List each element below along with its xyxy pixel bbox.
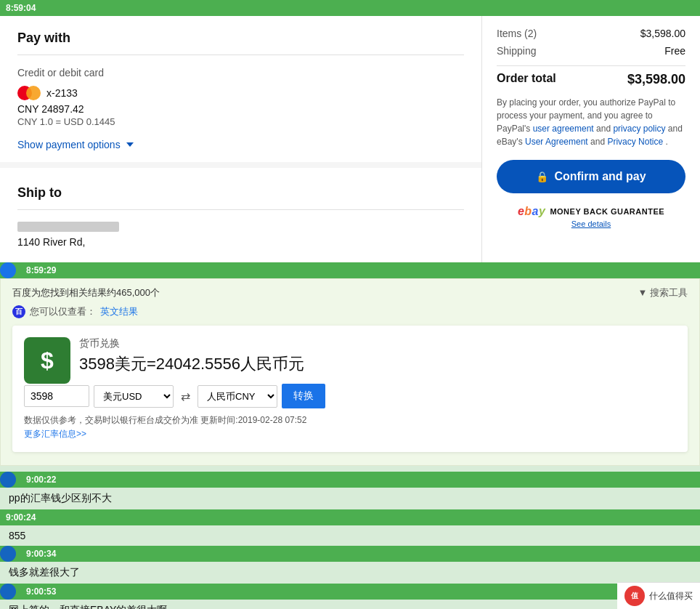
dollar-icon: $ xyxy=(41,347,54,374)
convert-button[interactable]: 转换 xyxy=(282,384,325,408)
chat-message-2: 钱多就差很大了 xyxy=(9,566,691,579)
to-currency-select[interactable]: 人民币CNY xyxy=(198,385,277,408)
chat-blue-dot xyxy=(0,546,16,562)
right-panel: Items (2) $3,598.00 Shipping Free Order … xyxy=(482,16,700,262)
shipping-value: Free xyxy=(664,45,685,57)
confirm-pay-button[interactable]: 🔒 Confirm and pay xyxy=(497,160,685,193)
order-total-label: Order total xyxy=(497,72,556,87)
top-status-bar: 8:59:04 xyxy=(0,0,700,16)
second-status-bar: 8:59:29 xyxy=(0,262,700,278)
smzdm-icon: 值 xyxy=(624,586,645,606)
baidu-icon: 百 xyxy=(12,305,25,318)
legal-text: By placing your order, you authorize Pay… xyxy=(497,96,685,148)
payment-method-label: Credit or debit card xyxy=(17,67,464,78)
chat-time-3: 9:00:53 xyxy=(26,586,56,597)
show-payment-options-label: Show payment options xyxy=(17,139,121,150)
card-row: x-2133 xyxy=(17,86,464,100)
chat-time-bar-0: 9:00:22 xyxy=(0,472,700,488)
swap-currency-button[interactable]: ⇄ xyxy=(178,387,193,406)
pay-with-title: Pay with xyxy=(17,31,464,55)
section-divider xyxy=(0,162,481,168)
ebay-user-agreement-link[interactable]: User Agreement xyxy=(525,137,588,147)
currency-note: 数据仅供参考，交易时以银行柜台成交价为准 更新时间:2019-02-28 07:… xyxy=(24,414,676,427)
legal-and2: and xyxy=(590,137,605,147)
ebay-guarantee-row: ebay MONEY BACK GUARANTEE xyxy=(497,205,685,218)
mc-right-circle xyxy=(26,86,41,100)
results-count-row: 百度为您找到相关结果约465,000个 ▼ 搜索工具 xyxy=(12,286,688,299)
privacy-notice-link[interactable]: Privacy Notice xyxy=(607,137,663,147)
legal-and1: and xyxy=(596,124,611,134)
more-rates-link[interactable]: 更多汇率信息>> xyxy=(24,429,86,439)
chat-time-1: 9:00:24 xyxy=(6,512,36,523)
chat-message-1: 855 xyxy=(9,530,691,541)
baidu-overlay: 百度为您找到相关结果约465,000个 ▼ 搜索工具 百 您可以仅查看： 英文结… xyxy=(0,278,700,466)
from-currency-select[interactable]: 美元USD xyxy=(94,385,174,408)
lock-icon: 🔒 xyxy=(536,171,548,182)
chat-time-bar-2: 9:00:34 xyxy=(0,546,700,562)
ship-to-title: Ship to xyxy=(17,185,464,210)
chevron-down-icon xyxy=(126,142,134,147)
blue-dot-icon xyxy=(0,262,16,278)
smzdm-icon-text: 值 xyxy=(631,591,638,601)
chat-time-0: 9:00:22 xyxy=(26,475,56,485)
address-line: 1140 River Rd, xyxy=(17,236,464,248)
shipping-label: Shipping xyxy=(497,45,537,57)
bottom-bar: 值 什么值得买 xyxy=(617,582,700,609)
ship-to-section: Ship to 1140 River Rd, xyxy=(17,180,464,248)
currency-result: 3598美元=24042.5556人民币元 xyxy=(79,353,676,375)
chat-blue-dot xyxy=(0,472,16,488)
chat-area: 9:00:22pp的汇率钱少区别不大9:00:248559:00:34钱多就差很… xyxy=(0,466,700,609)
smzdm-text: 什么值得买 xyxy=(649,590,693,602)
order-total-amount: $3,598.00 xyxy=(627,72,685,87)
cny-amount: CNY 24897.42 xyxy=(17,103,464,115)
mastercard-icon xyxy=(17,86,41,100)
privacy-policy-link[interactable]: privacy policy xyxy=(613,124,665,134)
show-payment-options-button[interactable]: Show payment options xyxy=(17,139,464,150)
search-tools[interactable]: ▼ 搜索工具 xyxy=(638,286,688,299)
items-value: $3,598.00 xyxy=(640,28,685,39)
ebay-logo: ebay xyxy=(518,205,546,218)
see-details-link[interactable]: See details xyxy=(497,219,685,228)
items-label: Items (2) xyxy=(497,28,537,39)
chat-blue-dot xyxy=(0,584,16,600)
left-panel: Pay with Credit or debit card x-2133 CNY… xyxy=(0,16,482,262)
currency-inputs: 美元USD ⇄ 人民币CNY 转换 xyxy=(24,384,676,408)
exchange-rate: CNY 1.0 = USD 0.1445 xyxy=(17,116,464,127)
currency-converter-card: $ 货币兑换 3598美元=24042.5556人民币元 美元USD ⇄ 人民币… xyxy=(12,326,688,452)
guarantee-text: MONEY BACK GUARANTEE xyxy=(550,207,664,216)
items-line: Items (2) $3,598.00 xyxy=(497,28,685,39)
top-time: 8:59:04 xyxy=(6,3,36,13)
currency-header: 货币兑换 xyxy=(79,337,676,350)
chat-time-2: 9:00:34 xyxy=(26,549,56,559)
order-total-row: Order total $3,598.00 xyxy=(497,65,685,87)
chat-message-0: pp的汇率钱少区别不大 xyxy=(9,492,691,505)
legal-period: . xyxy=(665,137,667,147)
results-count-text: 百度为您找到相关结果约465,000个 xyxy=(12,286,160,299)
currency-icon-box: $ xyxy=(24,337,70,384)
currency-amount-input[interactable] xyxy=(24,385,89,407)
chat-time-bar-3: 9:00:53 xyxy=(0,584,700,600)
user-agreement-link[interactable]: user agreement xyxy=(533,124,594,134)
address-blurred xyxy=(17,222,119,232)
filter-text: 您可以仅查看： xyxy=(30,305,96,318)
confirm-pay-label: Confirm and pay xyxy=(554,170,646,183)
second-time: 8:59:29 xyxy=(26,265,56,275)
shipping-line: Shipping Free xyxy=(497,45,685,57)
chat-time-bar-1: 9:00:24 xyxy=(0,509,700,525)
chat-message-3: 网上算的，和直接EBAY的差很大啊 xyxy=(9,604,691,609)
ebay-checkout: Pay with Credit or debit card x-2133 CNY… xyxy=(0,16,700,262)
card-number: x-2133 xyxy=(46,87,78,99)
filter-row: 百 您可以仅查看： 英文结果 xyxy=(12,305,688,318)
english-results-link[interactable]: 英文结果 xyxy=(100,305,138,318)
